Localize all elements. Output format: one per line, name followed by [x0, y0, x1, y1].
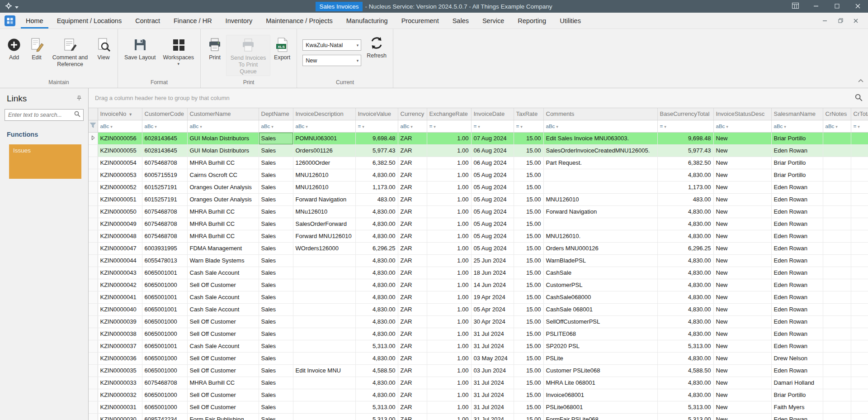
cell-basecurrencytotal[interactable]: 4,830.00	[657, 303, 713, 315]
cell-basecurrencytotal[interactable]: 483.00	[657, 193, 713, 205]
cell-comments[interactable]: FormFair PSLite068	[543, 413, 657, 420]
table-row[interactable]: KZIN00000536005715519Cairns Oscroft CCSa…	[89, 169, 868, 181]
cell-salesmanname[interactable]: Eden Rowan	[771, 340, 823, 352]
filter-cell-deptname[interactable]: aBc▾	[259, 120, 293, 132]
cell-crtotal[interactable]	[851, 267, 868, 279]
cell-crnotes[interactable]	[823, 144, 851, 157]
cell-invoicedescription[interactable]	[293, 291, 355, 303]
cell-invoicevalue[interactable]: 4,830.00	[355, 328, 398, 340]
table-row[interactable]: KZIN00000436065001001Cash Sale AccountSa…	[89, 267, 868, 279]
cell-salesmanname[interactable]: Eden Rowan	[771, 303, 823, 315]
cell-invoicestatusdesc[interactable]: New	[713, 230, 771, 242]
cell-customername[interactable]: Warn Blade Systems	[187, 254, 259, 267]
cell-currency[interactable]: ZAR	[398, 389, 427, 401]
cell-comments[interactable]: PSLite	[543, 352, 657, 364]
cell-taxrate[interactable]: 15.00	[514, 132, 543, 144]
filter-cell-crnotes[interactable]: aBc▾	[823, 120, 851, 132]
cell-deptname[interactable]: Sales	[259, 218, 293, 230]
cell-crtotal[interactable]	[851, 328, 868, 340]
cell-invoicestatusdesc[interactable]: New	[713, 144, 771, 157]
save-layout-button[interactable]: Save Layout	[121, 35, 160, 62]
filter-cell-invoicestatusdesc[interactable]: aBc▾	[713, 120, 771, 132]
cell-invoicestatusdesc[interactable]: New	[713, 291, 771, 303]
cell-deptname[interactable]: Sales	[259, 279, 293, 291]
cell-deptname[interactable]: Sales	[259, 254, 293, 267]
filter-cell-taxrate[interactable]: =▾	[514, 120, 543, 132]
cell-invoicestatusdesc[interactable]: New	[713, 413, 771, 420]
cell-customername[interactable]: Sell Off Customer	[187, 352, 259, 364]
cell-exchangerate[interactable]: 1.00	[427, 181, 471, 193]
cell-deptname[interactable]: Sales	[259, 401, 293, 413]
cell-invoicevalue[interactable]: 4,588.50	[355, 364, 398, 377]
cell-invoicestatusdesc[interactable]: New	[713, 389, 771, 401]
cell-invoicestatusdesc[interactable]: New	[713, 254, 771, 267]
cell-customername[interactable]: Cairns Oscroft CC	[187, 169, 259, 181]
column-header-deptname[interactable]: DeptName	[259, 108, 293, 120]
cell-invoicevalue[interactable]: 4,830.00	[355, 291, 398, 303]
cell-invoicestatusdesc[interactable]: New	[713, 377, 771, 389]
cell-crnotes[interactable]	[823, 413, 851, 420]
cell-currency[interactable]: ZAR	[398, 144, 427, 157]
cell-exchangerate[interactable]: 1.00	[427, 315, 471, 328]
region-dropdown[interactable]: KwaZulu-Natal ▾	[302, 39, 361, 51]
minimize-button[interactable]	[806, 0, 826, 13]
cell-invoicedate[interactable]: 03 Jun 2024	[471, 364, 514, 377]
cell-invoicevalue[interactable]: 4,830.00	[355, 254, 398, 267]
app-logo-icon[interactable]	[5, 15, 15, 26]
cell-comments[interactable]: Orders MNU000126	[543, 242, 657, 254]
tab-service[interactable]: Service	[476, 13, 511, 29]
cell-customername[interactable]: Oranges Outer Analysis	[187, 181, 259, 193]
cell-invoicedate[interactable]: 05 Aug 2024	[471, 242, 514, 254]
cell-invoicedate[interactable]: 31 Jul 2024	[471, 377, 514, 389]
cell-invoiceno[interactable]: KZIN0000030	[98, 413, 142, 420]
filter-cell-customercode[interactable]: aBc▾	[142, 120, 187, 132]
view-button[interactable]: View	[92, 35, 115, 62]
cell-taxrate[interactable]: 15.00	[514, 413, 543, 420]
filter-cell-salesmanname[interactable]: aBc▾	[771, 120, 823, 132]
cell-currency[interactable]: ZAR	[398, 157, 427, 169]
cell-crnotes[interactable]	[823, 279, 851, 291]
cell-crnotes[interactable]	[823, 315, 851, 328]
cell-comments[interactable]: Customer PSLite068	[543, 364, 657, 377]
cell-crnotes[interactable]	[823, 254, 851, 267]
cell-exchangerate[interactable]: 1.00	[427, 205, 471, 218]
cell-basecurrencytotal[interactable]: 9,698.48	[657, 132, 713, 144]
ribbon-restore-button[interactable]	[833, 15, 848, 26]
cell-currency[interactable]: ZAR	[398, 169, 427, 181]
cell-invoicedescription[interactable]: Forward Navigation	[293, 193, 355, 205]
cell-currency[interactable]: ZAR	[398, 340, 427, 352]
cell-salesmanname[interactable]: Eden Rowan	[771, 413, 823, 420]
cell-exchangerate[interactable]: 1.00	[427, 193, 471, 205]
column-header-crtotal[interactable]: CrTotal	[851, 108, 868, 120]
cell-deptname[interactable]: Sales	[259, 303, 293, 315]
cell-customercode[interactable]: 6015257191	[142, 181, 187, 193]
cell-exchangerate[interactable]: 1.00	[427, 169, 471, 181]
close-button[interactable]	[847, 0, 868, 13]
cell-currency[interactable]: ZAR	[398, 291, 427, 303]
cell-invoicedescription[interactable]	[293, 340, 355, 352]
cell-deptname[interactable]: Sales	[259, 389, 293, 401]
cell-deptname[interactable]: Sales	[259, 144, 293, 157]
cell-basecurrencytotal[interactable]: 4,830.00	[657, 205, 713, 218]
cell-basecurrencytotal[interactable]: 6,296.25	[657, 242, 713, 254]
table-row[interactable]: KZIN00000326065001000Sell Off CustomerSa…	[89, 389, 868, 401]
cell-crtotal[interactable]	[851, 181, 868, 193]
cell-taxrate[interactable]: 15.00	[514, 377, 543, 389]
cell-comments[interactable]: SellOffCustomerPSL	[543, 315, 657, 328]
filter-cell-exchangerate[interactable]: =▾	[427, 120, 471, 132]
cell-taxrate[interactable]: 15.00	[514, 315, 543, 328]
cell-comments[interactable]: CashSale068000	[543, 291, 657, 303]
cell-invoicedescription[interactable]: Orders001126	[293, 144, 355, 157]
cell-invoicestatusdesc[interactable]: New	[713, 303, 771, 315]
cell-invoicestatusdesc[interactable]: New	[713, 218, 771, 230]
cell-comments[interactable]: SP2020 PSL	[543, 340, 657, 352]
cell-exchangerate[interactable]: 1.00	[427, 352, 471, 364]
cell-invoicedescription[interactable]	[293, 389, 355, 401]
cell-taxrate[interactable]: 15.00	[514, 340, 543, 352]
cell-exchangerate[interactable]: 1.00	[427, 230, 471, 242]
cell-customername[interactable]: MHRA Burhill CC	[187, 205, 259, 218]
add-button[interactable]: Add	[3, 35, 25, 62]
cell-salesmanname[interactable]: Briar Portillo	[771, 157, 823, 169]
cell-currency[interactable]: ZAR	[398, 181, 427, 193]
print-button[interactable]: Print	[203, 35, 226, 62]
